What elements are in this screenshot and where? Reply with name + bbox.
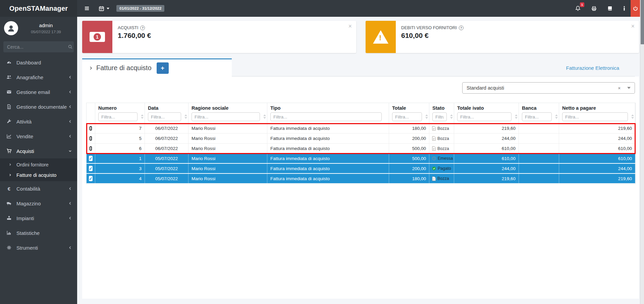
column-header-banca: Banca (519, 103, 559, 123)
sidebar-item-attivita[interactable]: Attività (0, 114, 77, 129)
add-invoice-button[interactable]: + (157, 62, 169, 74)
sidebar-item-acquisti[interactable]: Acquisti (0, 144, 77, 158)
help-icon[interactable]: ? (459, 26, 464, 30)
filter-input-stato[interactable] (432, 112, 447, 121)
plugin-select[interactable]: Standard acquisti × (462, 82, 635, 94)
filter-input-banca[interactable] (522, 112, 552, 121)
info-box-label: DEBITI VERSO FORNITORI (401, 25, 457, 30)
sort-icons[interactable] (450, 114, 453, 119)
column-header-tipo: Tipo (267, 103, 389, 123)
sort-icons[interactable] (425, 114, 428, 119)
page-title: Fatture di acquisto (96, 64, 152, 72)
cell-ragione-sociale: Mario Rossi (189, 134, 267, 143)
row-checkbox[interactable] (87, 123, 95, 133)
cell-ragione-sociale: Mario Rossi (189, 164, 267, 173)
row-checkbox[interactable] (87, 144, 95, 153)
sidebar-item-magazzino[interactable]: Magazzino (0, 196, 77, 211)
row-checkbox[interactable] (87, 134, 95, 143)
filter-input-netto-a-pagare[interactable] (562, 112, 628, 121)
sidebar-item-impianti[interactable]: Impianti (0, 211, 77, 225)
user-panel: admin 05/07/2022 17:39 (0, 17, 77, 39)
caret-down-icon (627, 87, 631, 89)
sidebar-item-contabilita[interactable]: € Contabilità (0, 181, 77, 196)
table-row[interactable]: 506/07/2022Mario RossiFattura immediata … (87, 134, 635, 144)
user-name[interactable]: admin (18, 22, 74, 28)
cell-data: 05/07/2022 (145, 154, 189, 163)
sort-icons[interactable] (515, 114, 518, 119)
table-row[interactable]: 706/07/2022Mario RossiFattura immediata … (87, 123, 635, 134)
filter-input-totale-ivato[interactable] (457, 112, 512, 121)
filter-input-totale[interactable] (392, 112, 422, 121)
table-header: Numero Data Ragione sociale Tipo (87, 103, 635, 123)
sort-icons[interactable] (141, 114, 144, 119)
sidebar-item-anagrafiche[interactable]: Anagrafiche (0, 70, 77, 85)
help-icon[interactable]: ? (140, 26, 145, 30)
sort-icons[interactable] (555, 114, 558, 119)
truck-icon (5, 201, 13, 206)
row-checkbox[interactable]: ✓ (87, 154, 95, 163)
cell-netto-a-pagare: 219,60 (559, 123, 635, 133)
filter-input-data[interactable] (148, 112, 181, 121)
row-checkbox[interactable]: ✓ (87, 164, 95, 173)
avatar[interactable] (4, 21, 18, 35)
close-icon[interactable]: × (348, 23, 352, 30)
cell-netto-a-pagare: 219,60 (559, 174, 635, 183)
print-button[interactable] (586, 0, 602, 17)
sort-icons[interactable] (184, 114, 187, 119)
notifications-button[interactable]: 1 (570, 0, 586, 17)
app-logo[interactable]: OpenSTAManager (0, 0, 77, 17)
main-content: 1 ACQUISTI ? 1.760,00 € × DEBITI VERSO F… (77, 17, 640, 304)
sort-icons[interactable] (631, 114, 634, 119)
info-box-value: 1.760,00 € (118, 32, 351, 40)
sidebar-item-statistiche[interactable]: Statistiche (0, 225, 77, 240)
warning-icon (366, 21, 396, 53)
close-icon[interactable]: × (631, 23, 635, 30)
table-row[interactable]: 606/07/2022Mario RossiFattura immediata … (87, 144, 635, 154)
notification-badge: 1 (580, 2, 584, 7)
search-icon[interactable] (68, 44, 73, 49)
cell-totale: 500,00 (389, 144, 429, 153)
sidebar-item-strumenti[interactable]: Strumenti (0, 240, 77, 255)
checkbox-checked-icon: ✓ (89, 156, 93, 161)
search-input[interactable] (7, 44, 68, 50)
scrollbar-thumb[interactable] (641, 0, 644, 44)
table-row[interactable]: ✓405/07/2022Mario RossiFattura immediata… (87, 174, 635, 184)
sidebar-item-vendite[interactable]: Vendite (0, 129, 77, 144)
filter-input-ragione-sociale[interactable] (192, 112, 260, 121)
tab-fatture-di-acquisto[interactable]: Fatture di acquisto + (82, 58, 232, 77)
sidebar-menu: Dashboard Anagrafiche Gestione email Ges… (0, 55, 77, 255)
sidebar-item-gestione-documentale[interactable]: Gestione documentale (0, 99, 77, 114)
date-range-badge[interactable]: 01/01/2022 - 31/12/2022 (116, 5, 164, 12)
cell-totale: 200,00 (389, 164, 429, 173)
status-label: Bozza (437, 126, 449, 131)
sort-icons[interactable] (263, 114, 266, 119)
checkbox-icon (90, 126, 92, 131)
fatturazione-elettronica-link[interactable]: Fatturazione Elettronica (566, 65, 619, 71)
status-draft-icon (432, 146, 436, 151)
cell-netto-a-pagare: 610,00 (559, 154, 635, 163)
chevron-left-icon (68, 134, 72, 138)
info-box-value: 610,00 € (401, 32, 634, 40)
sidebar-item-dashboard[interactable]: Dashboard (0, 55, 77, 70)
filter-input-tipo[interactable] (270, 112, 382, 121)
row-checkbox[interactable]: ✓ (87, 174, 95, 183)
status-label: Emessa (438, 156, 453, 161)
table-row[interactable]: ✓105/07/2022Mario RossiFattura immediata… (87, 154, 635, 164)
filter-input-numero[interactable] (98, 112, 138, 121)
sidebar-subitem-ordini-fornitore[interactable]: Ordini fornitore (0, 159, 77, 170)
page-scrollbar (640, 0, 644, 304)
euro-icon: € (5, 186, 13, 192)
cell-totale-ivato: 244,00 (454, 164, 519, 173)
docs-button[interactable] (602, 0, 618, 17)
cell-netto-a-pagare: 244,00 (559, 164, 635, 173)
calendar-dropdown[interactable] (94, 0, 114, 17)
table-row[interactable]: ✓305/07/2022Mario RossiFattura immediata… (87, 164, 635, 174)
sidebar-subitem-fatture-di-acquisto[interactable]: Fatture di acquisto (0, 170, 77, 180)
clear-selection-icon[interactable]: × (618, 86, 621, 91)
info-button[interactable] (618, 0, 631, 17)
chevron-left-icon (68, 187, 72, 191)
cell-banca (519, 123, 559, 133)
menu-toggle-button[interactable] (77, 0, 94, 17)
logout-button[interactable] (631, 0, 640, 17)
sidebar-item-gestione-email[interactable]: Gestione email (0, 85, 77, 99)
